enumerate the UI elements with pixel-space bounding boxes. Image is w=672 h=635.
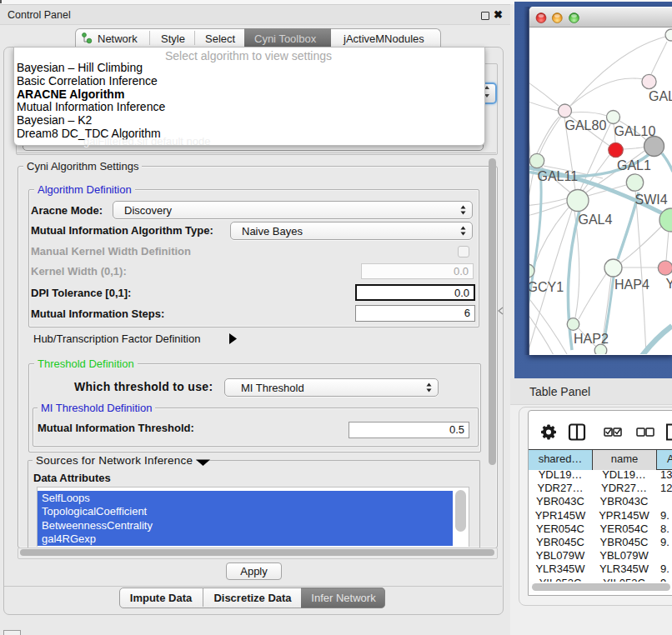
svg-text:Y: Y [666, 277, 672, 291]
svg-text:GAL10: GAL10 [614, 124, 656, 138]
svg-text:GCY1: GCY1 [529, 280, 564, 294]
svg-text:SWI4: SWI4 [635, 192, 668, 207]
svg-text:GAL7: GAL7 [649, 89, 672, 103]
svg-text:GAL11: GAL11 [538, 169, 579, 183]
svg-text:GAL4: GAL4 [579, 212, 613, 227]
svg-text:HAP4: HAP4 [614, 278, 649, 292]
svg-text:HAP2: HAP2 [574, 332, 609, 346]
svg-text:GAL80: GAL80 [565, 118, 607, 132]
svg-text:GAL1: GAL1 [617, 158, 651, 172]
